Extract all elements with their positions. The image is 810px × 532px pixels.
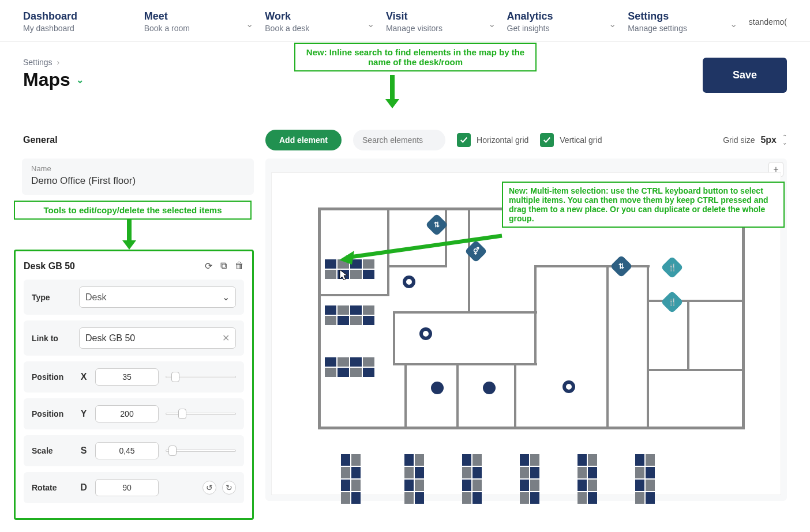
- breadcrumb-parent[interactable]: Settings: [23, 58, 52, 67]
- rotate-cw-button[interactable]: ↻: [222, 481, 236, 495]
- position-x-slider[interactable]: [166, 372, 236, 382]
- add-element-button[interactable]: Add element: [265, 130, 342, 150]
- nav-settings[interactable]: Settings Manage settings ⌄: [628, 10, 743, 33]
- desk-cluster[interactable]: [520, 454, 539, 504]
- nav-analytics[interactable]: Analytics Get insights ⌄: [507, 10, 622, 33]
- desk-cluster[interactable]: [325, 357, 374, 377]
- scale-input[interactable]: [95, 442, 159, 459]
- desk-cluster[interactable]: [341, 454, 361, 504]
- position-y-axis: Y: [79, 409, 88, 419]
- svg-marker-1: [339, 251, 354, 265]
- link-to-label: Link to: [32, 334, 72, 343]
- duplicate-icon[interactable]: ⧉: [220, 261, 227, 271]
- cafeteria-icon[interactable]: 🍴: [661, 290, 684, 314]
- link-to-value: Desk GB 50: [85, 333, 135, 344]
- desk-cluster[interactable]: [404, 454, 424, 504]
- rotate-input[interactable]: [95, 479, 159, 496]
- selected-item-name: Desk GB 50: [24, 261, 75, 271]
- search-elements-input[interactable]: [353, 130, 445, 150]
- grid-size-value: 5px: [760, 135, 777, 145]
- left-column: Name Demo Office (First floor) Tools to …: [12, 159, 254, 520]
- nav-user[interactable]: standemo(: [749, 17, 787, 27]
- annotation-arrow-icon: [122, 220, 136, 250]
- cafeteria-icon[interactable]: 🍴: [661, 256, 684, 279]
- nav-sub: Get insights: [507, 24, 599, 33]
- nav-sub: Book a room: [144, 24, 237, 33]
- main-area: Name Demo Office (First floor) Tools to …: [0, 159, 810, 532]
- rotate-label: Rotate: [32, 483, 72, 492]
- room-marker[interactable]: [419, 327, 432, 340]
- link-to-input[interactable]: Desk GB 50 ✕: [79, 327, 236, 349]
- nav-dashboard[interactable]: Dashboard My dashboard: [23, 10, 138, 33]
- nav-sub: Manage visitors: [386, 24, 478, 33]
- general-tab[interactable]: General: [23, 135, 254, 145]
- nav-title: Meet: [144, 10, 237, 22]
- annotation-multiselect-hint: New: Multi-item selection: use the CTRL …: [502, 182, 785, 228]
- cursor-pointer-icon: [339, 269, 348, 280]
- desk-cluster[interactable]: [325, 305, 374, 325]
- map-name-box: Name Demo Office (First floor): [22, 159, 254, 195]
- map-name-label: Name: [31, 164, 245, 173]
- map-canvas-container: + New: Multi-item selection: use the CTR…: [265, 159, 787, 501]
- nav-sub: My dashboard: [23, 24, 115, 33]
- nav-title: Visit: [386, 10, 478, 22]
- desk-cluster[interactable]: [635, 454, 655, 504]
- chevron-down-icon: ⌄: [730, 18, 737, 29]
- delete-icon[interactable]: 🗑: [235, 261, 244, 271]
- check-icon: [543, 136, 551, 144]
- page-title-dropdown-icon[interactable]: ⌄: [76, 74, 84, 85]
- grid-size-label: Grid size: [723, 135, 755, 145]
- room-marker[interactable]: [403, 276, 415, 288]
- save-button[interactable]: Save: [703, 58, 787, 93]
- nav-visit[interactable]: Visit Manage visitors ⌄: [386, 10, 501, 33]
- check-icon: [460, 136, 468, 144]
- desk-cluster[interactable]: [578, 454, 597, 504]
- room-marker[interactable]: [431, 382, 444, 394]
- stairs-icon[interactable]: ⇅: [610, 255, 633, 278]
- chevron-right-icon: ›: [57, 58, 59, 67]
- position-y-slider[interactable]: [166, 409, 236, 419]
- rotate-ccw-button[interactable]: ↺: [202, 481, 216, 495]
- position-x-label: Position: [32, 372, 72, 382]
- position-x-input[interactable]: [95, 368, 159, 386]
- type-row: Type Desk ⌄: [24, 280, 244, 315]
- page-header: Settings › Maps ⌄ Save New: Inline searc…: [0, 41, 810, 99]
- room-marker[interactable]: [483, 382, 496, 394]
- nav-sub: Book a desk: [265, 24, 357, 33]
- nav-title: Work: [265, 10, 357, 22]
- nav-meet[interactable]: Meet Book a room ⌄: [144, 10, 260, 33]
- slider-thumb[interactable]: [171, 372, 179, 382]
- map-name-value: Demo Office (First floor): [31, 175, 245, 187]
- position-y-input[interactable]: [95, 405, 159, 422]
- chevron-up-icon[interactable]: ⌃: [782, 135, 787, 139]
- chevron-down-icon: ⌄: [246, 18, 253, 29]
- scale-slider[interactable]: [166, 446, 236, 456]
- breadcrumb[interactable]: Settings ›: [23, 58, 84, 67]
- nav-sub: Manage settings: [628, 24, 720, 33]
- top-nav: Dashboard My dashboard Meet Book a room …: [0, 0, 810, 41]
- nav-work[interactable]: Work Book a desk ⌄: [265, 10, 380, 33]
- slider-track: [166, 413, 236, 415]
- clear-icon[interactable]: ✕: [222, 333, 230, 344]
- nav-title: Dashboard: [23, 10, 115, 22]
- chevron-down-icon: ⌄: [367, 18, 374, 29]
- link-to-row: Link to Desk GB 50 ✕: [24, 320, 244, 356]
- vertical-grid-checkbox[interactable]: [540, 133, 554, 147]
- vertical-grid-label: Vertical grid: [560, 135, 602, 145]
- chevron-down-icon[interactable]: ⌄: [782, 141, 787, 145]
- nav-title: Settings: [628, 10, 720, 22]
- desk-cluster[interactable]: [462, 454, 482, 504]
- type-label: Type: [32, 293, 72, 302]
- slider-thumb[interactable]: [178, 409, 186, 419]
- grid-size-stepper[interactable]: ⌃ ⌄: [782, 135, 787, 145]
- toolbar: General Add element Horizontal grid Vert…: [0, 122, 810, 159]
- type-select[interactable]: Desk ⌄: [79, 286, 236, 308]
- rotate-row: Rotate D ↺ ↻: [24, 472, 244, 503]
- annotation-search-hint: New: Inline search to find elements in t…: [294, 43, 537, 71]
- slider-thumb[interactable]: [168, 446, 177, 456]
- page-title: Maps: [23, 69, 70, 90]
- horizontal-grid-checkbox[interactable]: [457, 133, 471, 147]
- room-marker[interactable]: [562, 380, 575, 393]
- chevron-down-icon: ⌄: [222, 292, 230, 303]
- refresh-icon[interactable]: ⟳: [205, 261, 212, 271]
